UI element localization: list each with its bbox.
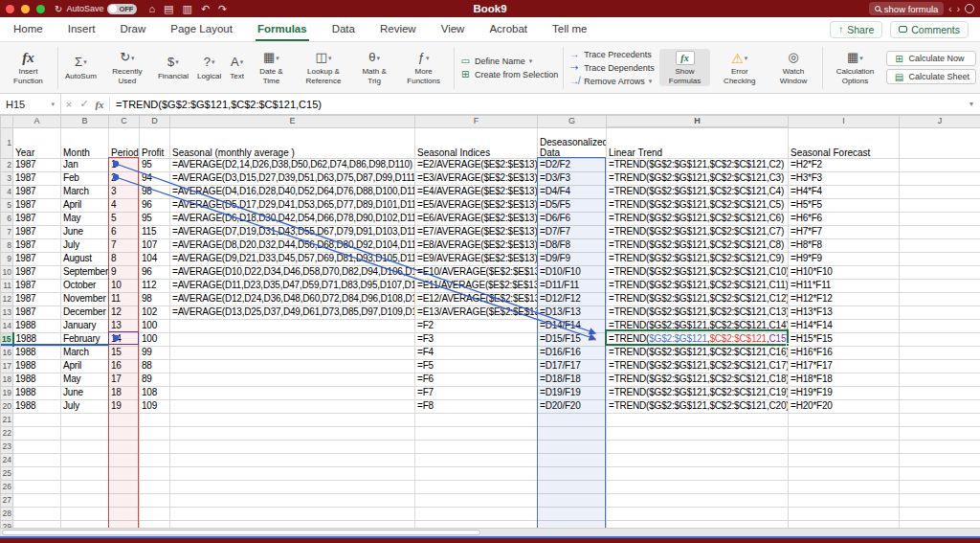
cell-H5[interactable]: =TREND($G$2:$G$121,$C$2:$C$121,C5) (607, 198, 789, 212)
cell-B29[interactable] (61, 520, 109, 528)
cell-H1[interactable]: Linear Trend (607, 127, 789, 158)
cell-E2[interactable]: =AVERAGE(D2,14,D26,D38,D50,D62,D74,D86,D… (170, 158, 415, 171)
cell-H18[interactable]: =TREND($G$2:$G$121,$C$2:$C$121,C18) (607, 373, 789, 386)
cell-C4[interactable]: 3 (109, 185, 140, 198)
cell-G22[interactable] (538, 426, 607, 440)
cell-G23[interactable] (538, 440, 607, 453)
cell-H26[interactable] (607, 480, 789, 493)
tab-acrobat[interactable]: Acrobat (487, 17, 529, 41)
cell-E18[interactable] (170, 373, 415, 386)
cell-C18[interactable]: 17 (109, 373, 140, 386)
cell-A10[interactable]: 1987 (13, 265, 61, 279)
cell-G27[interactable] (538, 493, 607, 507)
cell-G13[interactable]: =D13/F13 (538, 305, 607, 319)
cell-G25[interactable] (538, 466, 607, 480)
cell-I19[interactable]: =H19*F19 (789, 386, 900, 399)
cell-D28[interactable] (140, 507, 170, 520)
create-from-selection-button[interactable]: ⊞ Create from Selection (459, 69, 558, 79)
cell-C12[interactable]: 11 (109, 292, 140, 305)
cell-F8[interactable]: =E8/AVERAGE($E$2:$E$13) (415, 238, 538, 252)
cell-C8[interactable]: 7 (109, 238, 140, 252)
cell-H27[interactable] (607, 493, 789, 507)
cell-D27[interactable] (140, 493, 170, 507)
cell-I9[interactable]: =H9*F9 (789, 252, 900, 265)
home-icon[interactable]: ⌂ (148, 3, 155, 14)
selected-cell-H15[interactable]: =TREND($G$2:$G$121,$C$2:$C$121,C15) (607, 332, 789, 346)
cell-B17[interactable]: April (61, 359, 109, 373)
cell-B5[interactable]: April (61, 198, 109, 212)
math-trig-button[interactable]: θ▾ Math & Trig (355, 49, 393, 85)
cell-D2[interactable]: 95 (140, 158, 170, 171)
financial-button[interactable]: $▾ Financial (156, 54, 190, 81)
cell-I26[interactable] (789, 480, 900, 493)
cell-H20[interactable]: =TREND($G$2:$G$121,$C$2:$C$121,C20) (607, 399, 789, 413)
row-header-28[interactable]: 28 (1, 507, 13, 520)
cell-A22[interactable] (13, 426, 61, 440)
cell-D25[interactable] (140, 466, 170, 480)
cell-G17[interactable]: =D17/F17 (538, 359, 607, 373)
cell-E7[interactable]: =AVERAGE(D7,D19,D31,D43,D55,D67,D79,D91,… (170, 225, 415, 238)
cell-J19[interactable] (900, 386, 980, 399)
cell-E10[interactable]: =AVERAGE(D10,D22,D34,D46,D58,D70,D82,D94… (170, 265, 415, 279)
calculation-options-button[interactable]: ▦▾ Calculation Options (828, 49, 881, 85)
autosum-button[interactable]: Σ▾ AutoSum (63, 54, 99, 81)
cell-H29[interactable] (607, 520, 789, 528)
cell-A15[interactable]: 1988 (13, 332, 61, 346)
cell-I21[interactable] (789, 413, 900, 426)
cell-A12[interactable]: 1987 (13, 292, 61, 305)
cell-B27[interactable] (61, 493, 109, 507)
cell-E26[interactable] (170, 480, 415, 493)
cell-E19[interactable] (170, 386, 415, 399)
cell-D22[interactable] (140, 426, 170, 440)
cell-C14[interactable]: 13 (109, 319, 140, 332)
cell-D7[interactable]: 115 (140, 225, 170, 238)
cell-C20[interactable]: 19 (109, 399, 140, 413)
cell-F16[interactable]: =F4 (415, 346, 538, 359)
cell-E8[interactable]: =AVERAGE(D8,D20,D32,D44,D56,D68,D80,D92,… (170, 238, 415, 252)
cell-F27[interactable] (415, 493, 538, 507)
zoom-window-button[interactable] (36, 5, 45, 13)
tab-review[interactable]: Review (378, 17, 418, 41)
cell-D14[interactable]: 100 (140, 319, 170, 332)
cell-F22[interactable] (415, 426, 538, 440)
cell-G20[interactable]: =D20/F20 (538, 399, 607, 413)
cell-J15[interactable] (900, 332, 980, 346)
cell-G7[interactable]: =D7/F7 (538, 225, 607, 238)
cell-J2[interactable] (900, 158, 980, 171)
tab-insert[interactable]: Insert (66, 17, 98, 41)
cell-B24[interactable] (61, 453, 109, 466)
cell-B22[interactable] (61, 426, 109, 440)
cell-B11[interactable]: October (61, 279, 109, 292)
cell-G11[interactable]: =D11/F11 (538, 279, 607, 292)
cell-E13[interactable]: =AVERAGE(D13,D25,D37,D49,D61,D73,D85,D97… (170, 305, 415, 319)
row-header-16[interactable]: 16 (1, 346, 13, 359)
undo-icon[interactable]: ↶ (201, 3, 210, 15)
cell-G21[interactable] (538, 413, 607, 426)
recently-used-button[interactable]: ↻▾ Recently Used (103, 49, 151, 85)
cell-J23[interactable] (900, 440, 980, 453)
cell-C2[interactable]: 1 (109, 158, 140, 171)
cell-D6[interactable]: 95 (140, 212, 170, 225)
cell-J6[interactable] (900, 212, 980, 225)
cell-I25[interactable] (789, 466, 900, 480)
cell-E20[interactable] (170, 399, 415, 413)
cell-H12[interactable]: =TREND($G$2:$G$121,$C$2:$C$121,C12) (607, 292, 789, 305)
logical-button[interactable]: ?▾ Logical (195, 54, 223, 81)
cell-E21[interactable] (170, 413, 415, 426)
cell-D18[interactable]: 89 (140, 373, 170, 386)
row-header-14[interactable]: 14 (1, 319, 13, 332)
cell-I27[interactable] (789, 493, 900, 507)
insert-function-button[interactable]: fx Insert Function (4, 49, 53, 85)
cell-F19[interactable]: =F7 (415, 386, 538, 399)
formula-input[interactable]: =TREND($G$2:$G$121,$C$2:$C$121,C15) (116, 99, 963, 110)
cell-G14[interactable]: =D14/F14 (538, 319, 607, 332)
row-header-13[interactable]: 13 (1, 305, 13, 319)
autosave-switch[interactable]: OFF (107, 4, 137, 14)
cell-D13[interactable]: 102 (140, 305, 170, 319)
error-checking-button[interactable]: ⚠▾ Error Checking (715, 49, 764, 85)
cell-B1[interactable]: Month (61, 127, 109, 158)
formula-bar-expand-icon[interactable]: ▾ (963, 100, 980, 108)
lookup-reference-button[interactable]: ◫▾ Lookup & Reference (297, 49, 350, 85)
cell-H4[interactable]: =TREND($G$2:$G$121,$C$2:$C$121,C4) (607, 185, 789, 198)
cell-J10[interactable] (900, 265, 980, 279)
